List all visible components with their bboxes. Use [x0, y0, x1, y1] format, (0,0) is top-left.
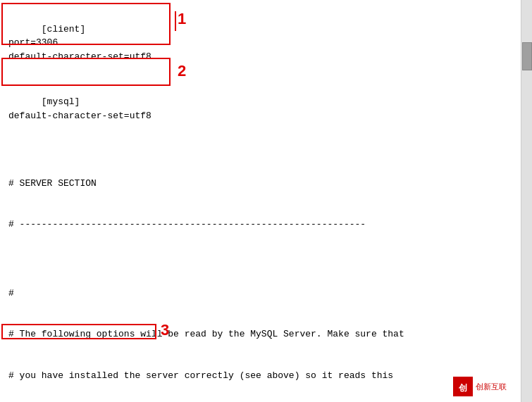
mysql-section: [mysql] default-character-set=utf8 — [8, 82, 512, 137]
watermark-logo: 创 — [453, 377, 473, 396]
server-divider: # --------------------------------------… — [8, 218, 512, 232]
content-area: [client] port=3306 default-character-set… — [0, 0, 521, 402]
mysql-content: default-character-set=utf8 — [8, 111, 151, 121]
client-label: [client] — [42, 24, 85, 34]
scrollbar-thumb[interactable] — [522, 42, 532, 70]
server-comments: # # The following options will be read b… — [8, 259, 512, 403]
server-section-header: # SERVER SECTION # ---------------------… — [8, 149, 512, 259]
watermark: 创 创新互联 — [453, 377, 507, 396]
client-content: port=3306 default-character-set=utf8 — [8, 37, 151, 62]
comment-read: # The following options will be read by … — [8, 327, 512, 341]
comment-installed: # you have installed the server correctl… — [8, 369, 512, 383]
server-header-text: # SERVER SECTION — [8, 177, 512, 191]
main-container: [client] port=3306 default-character-set… — [0, 0, 532, 402]
scrollbar[interactable] — [521, 0, 532, 402]
svg-text:创: 创 — [458, 383, 467, 393]
client-section: [client] port=3306 default-character-set… — [8, 8, 512, 77]
mysql-label: [mysql] — [42, 96, 80, 107]
watermark-text: 创新互联 — [476, 382, 507, 392]
comment-hash1: # — [8, 287, 512, 301]
